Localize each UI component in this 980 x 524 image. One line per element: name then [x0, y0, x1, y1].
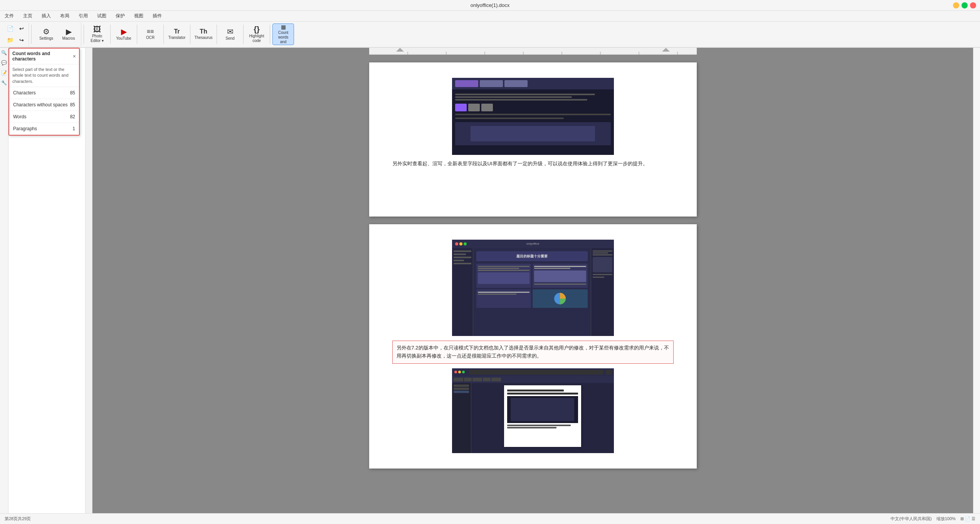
characters-label: Characters	[13, 90, 36, 96]
thesaurus-button[interactable]: Th Thesaurus	[193, 24, 214, 45]
doc-image-3	[452, 368, 614, 453]
right-sidebar	[973, 48, 980, 513]
macros-button[interactable]: ▶ Macros	[58, 24, 79, 45]
sc3-doc-preview	[504, 385, 581, 447]
menu-home[interactable]: 主页	[22, 12, 34, 20]
toolbar-btn-undo[interactable]: ↩	[16, 23, 27, 34]
menu-insert[interactable]: 插入	[40, 12, 52, 20]
panel-description: Select part of the text or the whole tex…	[9, 64, 79, 87]
settings-icon: ⚙	[43, 28, 50, 35]
status-right: 中文(中华人民共和国) 缩放100% ⊞ 📄 ☰	[891, 516, 975, 522]
translator-button[interactable]: Tr Translator	[166, 24, 188, 45]
sc-left-panel	[452, 248, 473, 336]
sc-right-panel	[591, 248, 614, 336]
minimize-button[interactable]	[953, 2, 959, 8]
sc-titlebar: onlyoffice	[452, 240, 614, 248]
thesaurus-icon: Th	[200, 29, 207, 35]
left-sidebar: 🔍 💬 📝 🔧	[0, 48, 8, 513]
page-1-content: 另外实时查看起、渲写，全新表里字段以及UI界面都有了一定的升级，可以说在使用体验…	[392, 78, 674, 168]
horizontal-ruler: // ruler marks rendered inline via SVG e…	[369, 48, 697, 55]
title-bar: onlyoffice(1).docx	[0, 0, 980, 11]
panel-close-button[interactable]: ×	[73, 54, 76, 59]
toolbar-btn-open[interactable]: 📁	[5, 35, 15, 45]
highlight-code-button[interactable]: {} Highlight code	[246, 24, 267, 45]
photo-editor-icon: 🖼	[93, 25, 101, 33]
youtube-button[interactable]: ▶ YouTube	[113, 24, 134, 45]
toolbar-separator-1	[31, 25, 32, 44]
sc-title-text: onlyoffice	[526, 242, 540, 247]
document-scroll-area[interactable]: // ruler marks rendered inline via SVG e…	[92, 48, 973, 513]
photo-editor-button[interactable]: 🖼 Photo Editor ▾	[86, 24, 108, 45]
sc-chart-area	[533, 289, 588, 308]
highlight-code-icon: {}	[254, 25, 260, 33]
menu-bar: 文件 主页 插入 布局 引用 试图 保护 视图 插件	[0, 11, 980, 22]
count-words-button[interactable]: ▦ Count words and	[272, 24, 294, 45]
sc3-left	[452, 383, 471, 453]
doc-image-3-container	[392, 368, 674, 453]
doc-image-1	[452, 78, 614, 155]
pages-container: 另外实时查看起、渲写，全新表里字段以及UI界面都有了一定的升级，可以说在使用体验…	[369, 55, 697, 513]
sc3-inner-image	[507, 396, 578, 423]
toolbar-btn-new[interactable]: 📄	[5, 23, 15, 34]
menu-plugin[interactable]: 插件	[151, 12, 163, 20]
thesaurus-label: Thesaurus	[194, 35, 212, 40]
characters-row: Characters 85	[9, 87, 79, 99]
menu-reference[interactable]: 引用	[77, 12, 89, 20]
toolbar-separator-4	[137, 25, 137, 44]
menu-view[interactable]: 视图	[133, 12, 145, 20]
toolbar-separator-7	[217, 25, 217, 44]
toolbar-group-small: 📄 📁 ↩ ↪	[3, 23, 29, 46]
doc-image-2-container: onlyoffice	[392, 240, 674, 336]
doc-image-1-container	[392, 78, 674, 155]
status-left: 第28页共29页	[5, 516, 31, 522]
sidebar-comments-icon[interactable]: 💬	[1, 59, 8, 66]
sc-bottom-rows	[476, 289, 588, 308]
words-row: Words 82	[9, 111, 79, 123]
youtube-label: YouTube	[116, 36, 131, 41]
sc-title-area: 题目的标题十分重要	[476, 251, 588, 261]
ocr-button[interactable]: ≡≡ OCR	[140, 24, 161, 45]
photo-editor-label: Photo Editor ▾	[91, 34, 104, 43]
highlight-text-box: 另外在7.2的版本中，在只读模式下的文档也加入了选择是否显示来自其他用户的修改，…	[392, 341, 674, 364]
count-words-icon: ▦	[281, 24, 286, 30]
ocr-icon: ≡≡	[147, 29, 154, 35]
translator-icon: Tr	[174, 29, 180, 35]
settings-button[interactable]: ⚙ Settings	[35, 24, 57, 45]
sc-main-content: 题目的标题十分重要	[473, 248, 591, 336]
close-button[interactable]	[970, 2, 976, 8]
panel-area: Count words and characters × Select part…	[8, 48, 86, 513]
doc-image-2: onlyoffice	[452, 240, 614, 336]
doc-page-2: onlyoffice	[369, 224, 697, 469]
sc-content: 题目的标题十分重要	[452, 248, 614, 336]
sidebar-track-icon[interactable]: 📝	[1, 69, 8, 76]
words-value: 82	[70, 114, 75, 119]
language-indicator[interactable]: 中文(中华人民共和国)	[891, 516, 931, 522]
macros-label: Macros	[62, 36, 75, 41]
toolbar-separator-6	[190, 25, 190, 44]
maximize-button[interactable]	[962, 2, 968, 8]
paragraphs-row: Paragraphs 1	[9, 123, 79, 135]
count-words-label: Count words and	[278, 30, 289, 44]
toolbar-btn-redo[interactable]: ↪	[16, 35, 27, 45]
zoom-level[interactable]: 缩放100%	[936, 516, 956, 522]
toolbar-group-settings: ⚙ Settings ▶ Macros	[34, 23, 81, 46]
menu-layout[interactable]: 布局	[59, 12, 71, 20]
characters-value: 85	[70, 90, 75, 96]
sidebar-search-icon[interactable]: 🔍	[1, 49, 8, 56]
send-label: Send	[225, 36, 234, 41]
menu-protect[interactable]: 保护	[114, 12, 126, 20]
sidebar-plugin-icon[interactable]: 🔧	[1, 79, 8, 86]
toolbar: 📄 📁 ↩ ↪ ⚙ Settings ▶ Macros 🖼 Photo Edit…	[0, 22, 980, 48]
svg-rect-0	[369, 48, 697, 55]
sc3-main	[471, 383, 614, 453]
vertical-ruler	[86, 48, 92, 513]
page-count: 第28页共29页	[5, 516, 31, 522]
content-area: // ruler marks rendered inline via SVG e…	[86, 48, 980, 513]
toolbar-separator-3	[110, 25, 111, 44]
send-button[interactable]: ✉ Send	[219, 24, 241, 45]
toolbar-separator-8	[243, 25, 244, 44]
status-bar: 第28页共29页 中文(中华人民共和国) 缩放100% ⊞ 📄 ☰	[0, 513, 980, 524]
menu-review[interactable]: 试图	[96, 12, 108, 20]
send-icon: ✉	[227, 28, 234, 35]
menu-file[interactable]: 文件	[3, 12, 15, 20]
